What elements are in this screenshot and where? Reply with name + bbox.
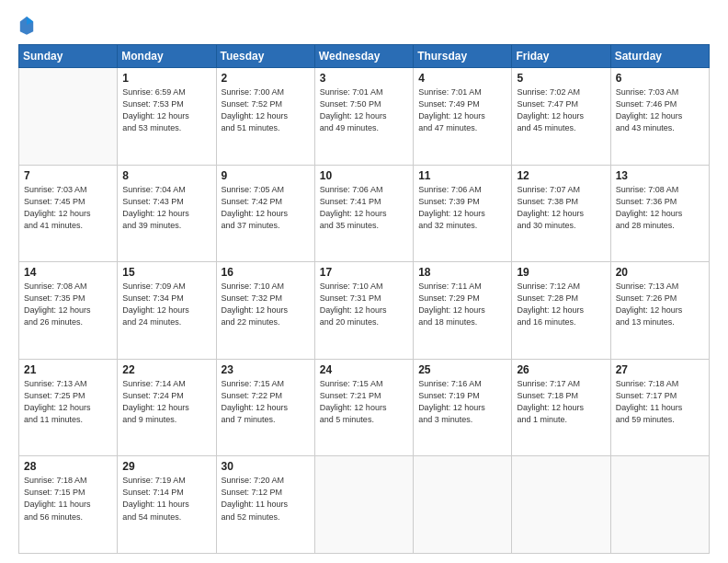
calendar-cell: 2Sunrise: 7:00 AM Sunset: 7:52 PM Daylig…: [216, 68, 314, 166]
calendar-cell: 18Sunrise: 7:11 AM Sunset: 7:29 PM Dayli…: [414, 262, 512, 360]
calendar-week-row: 21Sunrise: 7:13 AM Sunset: 7:25 PM Dayli…: [19, 359, 710, 456]
day-info: Sunrise: 7:20 AM Sunset: 7:12 PM Dayligh…: [222, 475, 310, 523]
day-number: 9: [222, 169, 310, 182]
day-number: 20: [616, 266, 704, 279]
calendar-week-row: 1Sunrise: 6:59 AM Sunset: 7:53 PM Daylig…: [19, 68, 710, 166]
day-number: 25: [418, 363, 506, 376]
day-number: 1: [122, 72, 210, 85]
day-number: 13: [616, 169, 704, 182]
calendar-cell: 10Sunrise: 7:06 AM Sunset: 7:41 PM Dayli…: [314, 165, 413, 262]
calendar-cell: 7Sunrise: 7:03 AM Sunset: 7:45 PM Daylig…: [19, 165, 118, 262]
day-number: 29: [122, 460, 210, 473]
day-of-week-header: Sunday: [19, 45, 118, 68]
calendar-cell: 13Sunrise: 7:08 AM Sunset: 7:36 PM Dayli…: [610, 165, 709, 262]
calendar-cell: 19Sunrise: 7:12 AM Sunset: 7:28 PM Dayli…: [512, 262, 610, 360]
day-number: 28: [24, 460, 112, 473]
calendar-table: SundayMondayTuesdayWednesdayThursdayFrid…: [18, 44, 710, 554]
logo-icon: [18, 15, 35, 35]
calendar-cell: 3Sunrise: 7:01 AM Sunset: 7:50 PM Daylig…: [314, 68, 413, 166]
day-info: Sunrise: 7:03 AM Sunset: 7:45 PM Dayligh…: [24, 184, 112, 232]
calendar-cell: 24Sunrise: 7:15 AM Sunset: 7:21 PM Dayli…: [314, 359, 413, 456]
calendar-cell: 11Sunrise: 7:06 AM Sunset: 7:39 PM Dayli…: [414, 165, 512, 262]
day-info: Sunrise: 7:07 AM Sunset: 7:38 PM Dayligh…: [517, 184, 605, 232]
day-info: Sunrise: 7:13 AM Sunset: 7:26 PM Dayligh…: [616, 281, 704, 328]
day-of-week-header: Saturday: [610, 45, 709, 68]
day-info: Sunrise: 7:16 AM Sunset: 7:19 PM Dayligh…: [418, 378, 506, 426]
day-number: 30: [222, 460, 310, 473]
day-number: 21: [24, 363, 112, 376]
day-info: Sunrise: 7:15 AM Sunset: 7:21 PM Dayligh…: [320, 378, 408, 426]
day-of-week-header: Thursday: [414, 45, 512, 68]
day-number: 17: [320, 266, 408, 279]
calendar-cell: 25Sunrise: 7:16 AM Sunset: 7:19 PM Dayli…: [414, 359, 512, 456]
calendar-cell: 29Sunrise: 7:19 AM Sunset: 7:14 PM Dayli…: [118, 456, 216, 554]
calendar-page: SundayMondayTuesdayWednesdayThursdayFrid…: [0, 0, 728, 563]
calendar-cell: 30Sunrise: 7:20 AM Sunset: 7:12 PM Dayli…: [216, 456, 314, 554]
calendar-cell: 12Sunrise: 7:07 AM Sunset: 7:38 PM Dayli…: [512, 165, 610, 262]
calendar-cell: 5Sunrise: 7:02 AM Sunset: 7:47 PM Daylig…: [512, 68, 610, 166]
day-info: Sunrise: 7:04 AM Sunset: 7:43 PM Dayligh…: [122, 184, 210, 232]
calendar-cell: 14Sunrise: 7:08 AM Sunset: 7:35 PM Dayli…: [19, 262, 118, 360]
day-info: Sunrise: 7:08 AM Sunset: 7:36 PM Dayligh…: [616, 184, 704, 232]
day-info: Sunrise: 7:12 AM Sunset: 7:28 PM Dayligh…: [517, 281, 605, 328]
calendar-cell: 28Sunrise: 7:18 AM Sunset: 7:15 PM Dayli…: [19, 456, 118, 554]
day-number: 7: [24, 169, 112, 182]
day-number: 23: [222, 363, 310, 376]
day-info: Sunrise: 7:17 AM Sunset: 7:18 PM Dayligh…: [517, 378, 605, 426]
calendar-cell: 20Sunrise: 7:13 AM Sunset: 7:26 PM Dayli…: [610, 262, 709, 360]
logo: [18, 15, 39, 35]
calendar-cell: 23Sunrise: 7:15 AM Sunset: 7:22 PM Dayli…: [216, 359, 314, 456]
day-number: 24: [320, 363, 408, 376]
day-info: Sunrise: 7:03 AM Sunset: 7:46 PM Dayligh…: [616, 86, 704, 134]
calendar-cell: 16Sunrise: 7:10 AM Sunset: 7:32 PM Dayli…: [216, 262, 314, 360]
calendar-cell: 8Sunrise: 7:04 AM Sunset: 7:43 PM Daylig…: [118, 165, 216, 262]
day-info: Sunrise: 6:59 AM Sunset: 7:53 PM Dayligh…: [122, 86, 210, 134]
day-number: 6: [616, 72, 704, 85]
day-of-week-header: Tuesday: [216, 45, 314, 68]
day-number: 19: [517, 266, 605, 279]
calendar-cell: [414, 456, 512, 554]
calendar-cell: [610, 456, 709, 554]
day-of-week-header: Monday: [118, 45, 216, 68]
day-number: 16: [222, 266, 310, 279]
calendar-cell: 17Sunrise: 7:10 AM Sunset: 7:31 PM Dayli…: [314, 262, 413, 360]
day-info: Sunrise: 7:10 AM Sunset: 7:31 PM Dayligh…: [320, 281, 408, 328]
calendar-cell: [314, 456, 413, 554]
day-info: Sunrise: 7:19 AM Sunset: 7:14 PM Dayligh…: [122, 475, 210, 523]
day-info: Sunrise: 7:01 AM Sunset: 7:49 PM Dayligh…: [418, 86, 506, 134]
day-info: Sunrise: 7:15 AM Sunset: 7:22 PM Dayligh…: [222, 378, 310, 426]
day-of-week-header: Wednesday: [314, 45, 413, 68]
day-info: Sunrise: 7:01 AM Sunset: 7:50 PM Dayligh…: [320, 86, 408, 134]
day-info: Sunrise: 7:11 AM Sunset: 7:29 PM Dayligh…: [418, 281, 506, 328]
day-number: 11: [418, 169, 506, 182]
calendar-cell: [512, 456, 610, 554]
calendar-cell: 15Sunrise: 7:09 AM Sunset: 7:34 PM Dayli…: [118, 262, 216, 360]
day-number: 14: [24, 266, 112, 279]
calendar-week-row: 28Sunrise: 7:18 AM Sunset: 7:15 PM Dayli…: [19, 456, 710, 554]
calendar-cell: 21Sunrise: 7:13 AM Sunset: 7:25 PM Dayli…: [19, 359, 118, 456]
calendar-cell: 26Sunrise: 7:17 AM Sunset: 7:18 PM Dayli…: [512, 359, 610, 456]
day-info: Sunrise: 7:13 AM Sunset: 7:25 PM Dayligh…: [24, 378, 112, 426]
day-of-week-header: Friday: [512, 45, 610, 68]
day-number: 27: [616, 363, 704, 376]
day-number: 26: [517, 363, 605, 376]
day-info: Sunrise: 7:18 AM Sunset: 7:17 PM Dayligh…: [616, 378, 704, 426]
calendar-cell: 4Sunrise: 7:01 AM Sunset: 7:49 PM Daylig…: [414, 68, 512, 166]
header: [18, 15, 710, 35]
day-info: Sunrise: 7:08 AM Sunset: 7:35 PM Dayligh…: [24, 281, 112, 328]
day-number: 18: [418, 266, 506, 279]
day-info: Sunrise: 7:05 AM Sunset: 7:42 PM Dayligh…: [222, 184, 310, 232]
day-number: 8: [122, 169, 210, 182]
day-info: Sunrise: 7:02 AM Sunset: 7:47 PM Dayligh…: [517, 86, 605, 134]
day-info: Sunrise: 7:06 AM Sunset: 7:41 PM Dayligh…: [320, 184, 408, 232]
day-info: Sunrise: 7:06 AM Sunset: 7:39 PM Dayligh…: [418, 184, 506, 232]
day-info: Sunrise: 7:10 AM Sunset: 7:32 PM Dayligh…: [222, 281, 310, 328]
day-number: 12: [517, 169, 605, 182]
day-number: 5: [517, 72, 605, 85]
calendar-header-row: SundayMondayTuesdayWednesdayThursdayFrid…: [19, 45, 710, 68]
day-number: 22: [122, 363, 210, 376]
calendar-cell: [19, 68, 118, 166]
calendar-week-row: 14Sunrise: 7:08 AM Sunset: 7:35 PM Dayli…: [19, 262, 710, 360]
day-info: Sunrise: 7:09 AM Sunset: 7:34 PM Dayligh…: [122, 281, 210, 328]
calendar-cell: 6Sunrise: 7:03 AM Sunset: 7:46 PM Daylig…: [610, 68, 709, 166]
